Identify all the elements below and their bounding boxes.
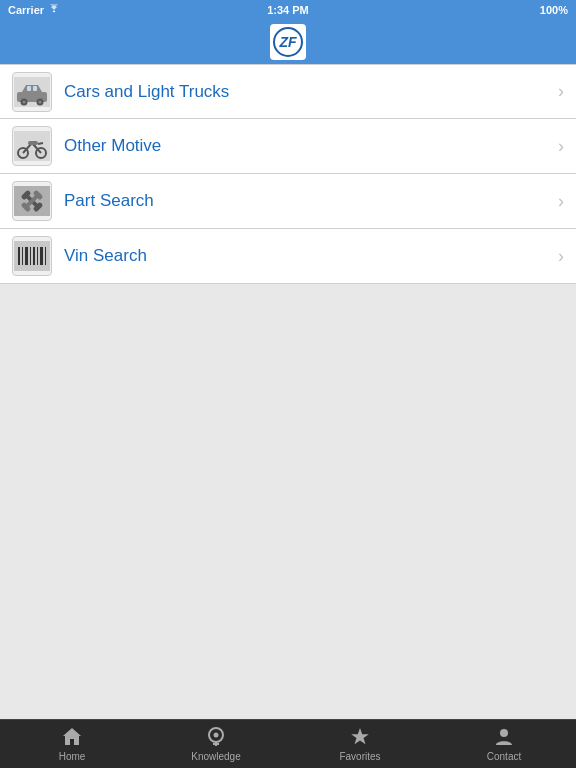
svg-rect-17 xyxy=(28,141,38,145)
tab-knowledge[interactable]: Knowledge xyxy=(144,720,288,768)
favorites-tab-label: Favorites xyxy=(339,751,380,762)
status-battery: 100% xyxy=(540,4,568,16)
favorites-icon xyxy=(349,726,371,749)
home-icon xyxy=(61,726,83,749)
tab-favorites[interactable]: Favorites xyxy=(288,720,432,768)
svg-rect-32 xyxy=(37,247,38,265)
svg-rect-34 xyxy=(45,247,46,265)
wifi-icon xyxy=(48,4,60,16)
svg-text:ZF: ZF xyxy=(278,34,297,50)
tab-bar: Home Knowledge Favorites Contact xyxy=(0,719,576,768)
barcode-icon xyxy=(12,236,52,276)
svg-point-36 xyxy=(214,733,219,738)
status-left: Carrier xyxy=(8,4,60,16)
main-content: Cars and Light Trucks › xyxy=(0,64,576,719)
svg-point-8 xyxy=(23,100,26,103)
contact-tab-label: Contact xyxy=(487,751,521,762)
other-motive-chevron-icon: › xyxy=(558,136,564,157)
home-tab-label: Home xyxy=(59,751,86,762)
svg-rect-5 xyxy=(27,86,31,91)
vin-search-chevron-icon: › xyxy=(558,246,564,267)
svg-line-18 xyxy=(38,143,43,144)
svg-rect-27 xyxy=(18,247,20,265)
svg-rect-33 xyxy=(40,247,43,265)
cars-chevron-icon: › xyxy=(558,81,564,102)
status-time: 1:34 PM xyxy=(267,4,309,16)
nav-bar: ZF xyxy=(0,20,576,64)
knowledge-icon xyxy=(205,726,227,749)
motorcycle-icon xyxy=(12,126,52,166)
knowledge-tab-label: Knowledge xyxy=(191,751,240,762)
carrier-text: Carrier xyxy=(8,4,44,16)
status-bar: Carrier 1:34 PM 100% xyxy=(0,0,576,20)
wrench-icon xyxy=(12,181,52,221)
part-search-chevron-icon: › xyxy=(558,191,564,212)
svg-point-10 xyxy=(39,100,42,103)
cars-light-trucks-label: Cars and Light Trucks xyxy=(64,82,558,102)
menu-item-cars-light-trucks[interactable]: Cars and Light Trucks › xyxy=(0,64,576,119)
contact-icon xyxy=(493,726,515,749)
tab-contact[interactable]: Contact xyxy=(432,720,576,768)
svg-rect-6 xyxy=(33,86,37,91)
menu-item-vin-search[interactable]: Vin Search › xyxy=(0,229,576,284)
menu-item-other-motive[interactable]: Other Motive › xyxy=(0,119,576,174)
other-motive-label: Other Motive xyxy=(64,136,558,156)
svg-rect-31 xyxy=(33,247,35,265)
menu-item-part-search[interactable]: Part Search › xyxy=(0,174,576,229)
menu-list: Cars and Light Trucks › xyxy=(0,64,576,284)
zf-logo: ZF xyxy=(270,24,306,60)
svg-rect-30 xyxy=(30,247,31,265)
svg-point-39 xyxy=(500,729,508,737)
cars-icon xyxy=(12,72,52,112)
vin-search-label: Vin Search xyxy=(64,246,558,266)
tab-home[interactable]: Home xyxy=(0,720,144,768)
svg-rect-29 xyxy=(25,247,28,265)
part-search-label: Part Search xyxy=(64,191,558,211)
svg-rect-28 xyxy=(22,247,23,265)
